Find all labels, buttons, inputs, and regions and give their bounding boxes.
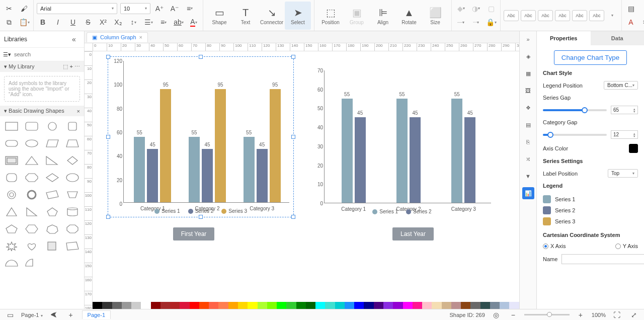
bar[interactable]: 95	[270, 89, 281, 202]
radius-button[interactable]: ▢	[485, 3, 497, 15]
shape-ring[interactable]	[23, 188, 40, 202]
bar[interactable]: 55	[244, 137, 255, 202]
fill-button[interactable]: ◆▾	[455, 3, 467, 15]
tab-data[interactable]: Data	[591, 31, 645, 45]
font-render-button[interactable]: A	[625, 16, 637, 28]
close-section-button[interactable]: ×	[77, 108, 80, 114]
palette-color[interactable]	[248, 302, 257, 309]
shape-diamond-shape[interactable]	[64, 153, 81, 168]
palette-color[interactable]	[315, 302, 325, 309]
category-gap-slider[interactable]	[543, 134, 607, 136]
size-tool[interactable]: ⬜Size	[422, 2, 448, 30]
shape-octagon[interactable]	[23, 171, 40, 185]
palette-color[interactable]	[403, 302, 413, 309]
fullscreen-button[interactable]: ⤢	[628, 309, 640, 321]
style-preset-3[interactable]: Abc	[538, 10, 553, 21]
shape-donut[interactable]	[3, 188, 20, 202]
add-library-button[interactable]: +	[70, 63, 73, 69]
paste-button[interactable]: 📋▾	[18, 16, 30, 28]
shape-heptagon[interactable]	[44, 222, 61, 236]
snap-button[interactable]: ✂	[640, 16, 644, 28]
palette-color[interactable]	[500, 302, 509, 309]
chart-last-year[interactable]: 0102030405060705545Category 15545Categor…	[309, 66, 495, 217]
outline-view-button[interactable]: ▭	[4, 309, 16, 321]
shape-hexagon[interactable]	[23, 222, 40, 236]
shape-ellipse[interactable]	[23, 136, 40, 150]
shadow-button[interactable]: ◑▾	[470, 3, 482, 15]
fit-window-button[interactable]: ⛶	[611, 309, 623, 321]
strike-button[interactable]: S	[82, 16, 94, 28]
shape-quarterround[interactable]	[23, 256, 40, 270]
shape-roundsquare[interactable]	[3, 171, 20, 185]
legend-item[interactable]: Series 3	[543, 216, 638, 227]
shape-cylinder[interactable]	[64, 205, 81, 219]
shape-heart[interactable]	[23, 239, 40, 253]
arrange-button[interactable]: ▦	[522, 67, 534, 79]
bar[interactable]: 55	[134, 137, 145, 202]
series-gap-input[interactable]: 65▴▾	[611, 106, 638, 114]
palette-color[interactable]	[228, 302, 238, 309]
palette-color[interactable]	[141, 302, 150, 309]
palette-color[interactable]	[413, 302, 422, 309]
bar[interactable]: 95	[215, 89, 226, 202]
axis-name-input[interactable]	[561, 254, 644, 264]
export-button[interactable]: ⎘	[522, 136, 534, 148]
import-library-button[interactable]: ⬚	[63, 63, 68, 69]
cut-button[interactable]: ✂	[3, 3, 15, 15]
chart-title-last-year[interactable]: Last Year	[392, 227, 434, 241]
font-color-button[interactable]: A▾	[188, 16, 200, 28]
shape-frame[interactable]	[3, 153, 20, 168]
presentation-button[interactable]: ▼	[522, 170, 534, 182]
palette-color[interactable]	[509, 302, 519, 309]
image-button[interactable]: 🖼	[522, 85, 534, 97]
text-tool[interactable]: TText	[232, 2, 259, 30]
shape-oval2[interactable]	[64, 171, 81, 185]
zoom-out-button[interactable]: −	[507, 309, 519, 321]
shape-circle[interactable]	[44, 119, 61, 133]
palette-color[interactable]	[461, 302, 470, 309]
connector-tool[interactable]: ↘Connector	[259, 2, 285, 30]
bar[interactable]: 45	[147, 149, 158, 203]
shape-pentagon[interactable]	[44, 205, 61, 219]
page-select[interactable]: Page-1 ▾	[21, 312, 43, 318]
palette-color[interactable]	[180, 302, 189, 309]
superscript-button[interactable]: X²	[97, 16, 109, 28]
bold-button[interactable]: B	[37, 16, 49, 28]
style-more-button[interactable]: ▾	[606, 10, 618, 22]
document-tab[interactable]: ▣ Column Graph ×	[87, 32, 148, 42]
shape-rect[interactable]	[3, 119, 20, 133]
selection-handle[interactable]	[199, 215, 203, 219]
selection-handle[interactable]	[106, 135, 110, 139]
shape-trapezoid[interactable]	[64, 136, 81, 150]
color-palette[interactable]	[93, 302, 519, 309]
legend-item[interactable]: Series 2	[543, 205, 638, 216]
align-text-button[interactable]: ≡▾	[184, 3, 196, 15]
layers-button[interactable]: ❖	[522, 102, 534, 114]
series-gap-slider[interactable]	[543, 109, 607, 111]
shape-skew[interactable]	[44, 188, 61, 202]
increase-font-button[interactable]: A⁺	[153, 3, 166, 15]
palette-color[interactable]	[374, 302, 383, 309]
palette-color[interactable]	[364, 302, 373, 309]
position-tool[interactable]: ⬚Position	[317, 2, 344, 30]
bar[interactable]: 45	[464, 117, 475, 203]
palette-color[interactable]	[422, 302, 432, 309]
text-highlight-button[interactable]: ab▾	[173, 16, 185, 28]
expand-panel-button[interactable]: »	[522, 33, 534, 45]
palette-color[interactable]	[199, 302, 209, 309]
library-more-button[interactable]: ⋯	[74, 63, 80, 69]
selection-handle[interactable]	[291, 215, 295, 219]
shape-note[interactable]	[64, 239, 81, 253]
bar[interactable]: 55	[396, 99, 408, 203]
change-chart-type-button[interactable]: Change Chart Type	[554, 50, 627, 65]
palette-color[interactable]	[267, 302, 277, 309]
align-tool[interactable]: ⊫Align	[370, 2, 396, 30]
bar[interactable]: 45	[257, 149, 268, 203]
shape-pentagon2[interactable]	[3, 222, 20, 236]
underline-button[interactable]: U	[67, 16, 79, 28]
bullets-button[interactable]: ☰▾	[142, 16, 154, 28]
page-tab[interactable]: Page-1	[82, 310, 111, 319]
y-axis-radio[interactable]: Y Axis	[615, 243, 638, 249]
chart-button[interactable]: 📊	[522, 187, 534, 199]
legend-item[interactable]: Series 1	[543, 194, 638, 205]
